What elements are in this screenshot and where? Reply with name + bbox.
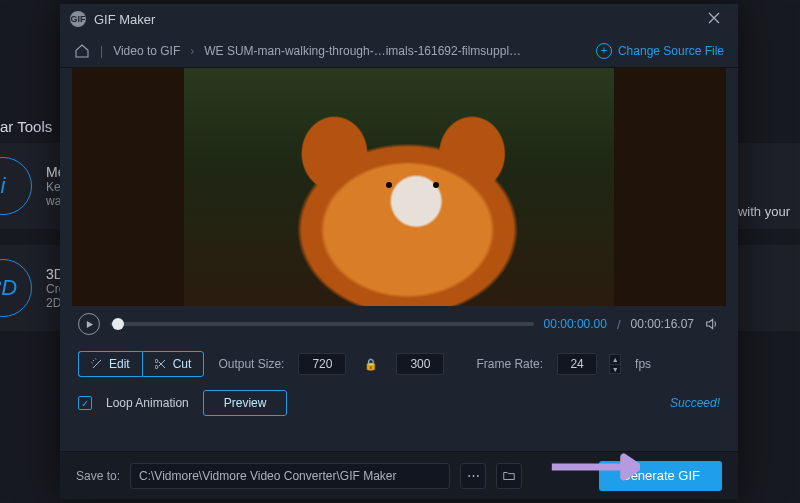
play-button[interactable] (78, 313, 100, 335)
home-icon[interactable] (74, 43, 90, 59)
output-size-label: Output Size: (218, 357, 284, 371)
video-preview[interactable] (72, 68, 726, 306)
save-path-text: C:\Vidmore\Vidmore Video Converter\GIF M… (139, 469, 396, 483)
app-icon: GIF (70, 11, 86, 27)
crumb-root[interactable]: Video to GIF (113, 44, 180, 58)
player-bar: 00:00:00.00/00:00:16.07 (60, 306, 738, 342)
save-to-label: Save to: (76, 469, 120, 483)
seek-slider[interactable] (110, 322, 534, 326)
output-width-input[interactable] (298, 353, 346, 375)
open-folder-button[interactable] (496, 463, 522, 489)
separator-icon: | (100, 44, 103, 58)
loop-checkbox[interactable]: ✓ (78, 396, 92, 410)
titlebar: GIF GIF Maker (60, 4, 738, 34)
step-up-button[interactable]: ▲ (609, 354, 621, 364)
gif-maker-dialog: GIF GIF Maker | Video to GIF › WE SUM-ma… (60, 4, 738, 499)
close-button[interactable] (700, 11, 728, 27)
preview-button[interactable]: Preview (203, 390, 288, 416)
info-icon: i (0, 157, 32, 215)
save-path-field[interactable]: C:\Vidmore\Vidmore Video Converter\GIF M… (130, 463, 450, 489)
plus-circle-icon: + (596, 43, 612, 59)
change-source-button[interactable]: + Change Source File (596, 43, 724, 59)
frame-rate-input[interactable] (557, 353, 597, 375)
crumb-file: WE SUM-man-walking-through-…imals-161692… (204, 44, 524, 58)
app-title: GIF Maker (94, 12, 155, 27)
step-down-button[interactable]: ▼ (609, 364, 621, 374)
chevron-right-icon: › (190, 44, 194, 58)
save-bar: Save to: C:\Vidmore\Vidmore Video Conver… (60, 451, 738, 499)
time-current: 00:00:00.00 (544, 317, 607, 331)
seek-knob[interactable] (112, 318, 124, 330)
fps-label: fps (635, 357, 651, 371)
cut-button[interactable]: Cut (142, 351, 205, 377)
scissors-icon (155, 358, 167, 370)
three-d-icon: 3D (0, 259, 32, 317)
options-row: ✓ Loop Animation Preview Succeed! (60, 386, 738, 420)
frame-rate-stepper: ▲ ▼ (609, 354, 621, 374)
preview-frame-image (184, 68, 614, 306)
close-icon (708, 12, 720, 24)
lock-icon[interactable]: 🔒 (360, 358, 382, 371)
loop-label: Loop Animation (106, 396, 189, 410)
edit-cut-group: Edit Cut (78, 351, 204, 377)
dots-icon: ⋯ (467, 468, 480, 483)
volume-icon[interactable] (704, 316, 720, 332)
generate-gif-button[interactable]: Generate GIF (599, 461, 722, 491)
wand-icon (91, 358, 103, 370)
output-height-input[interactable] (396, 353, 444, 375)
change-source-label: Change Source File (618, 44, 724, 58)
browse-button[interactable]: ⋯ (460, 463, 486, 489)
edit-button[interactable]: Edit (78, 351, 142, 377)
play-icon (85, 320, 94, 329)
breadcrumb: | Video to GIF › WE SUM-man-walking-thro… (60, 34, 738, 68)
status-text: Succeed! (670, 396, 720, 410)
settings-row: Edit Cut Output Size: 🔒 Frame Rate: ▲ ▼ … (60, 342, 738, 386)
time-total: 00:00:16.07 (631, 317, 694, 331)
folder-icon (502, 469, 516, 483)
frame-rate-label: Frame Rate: (476, 357, 543, 371)
